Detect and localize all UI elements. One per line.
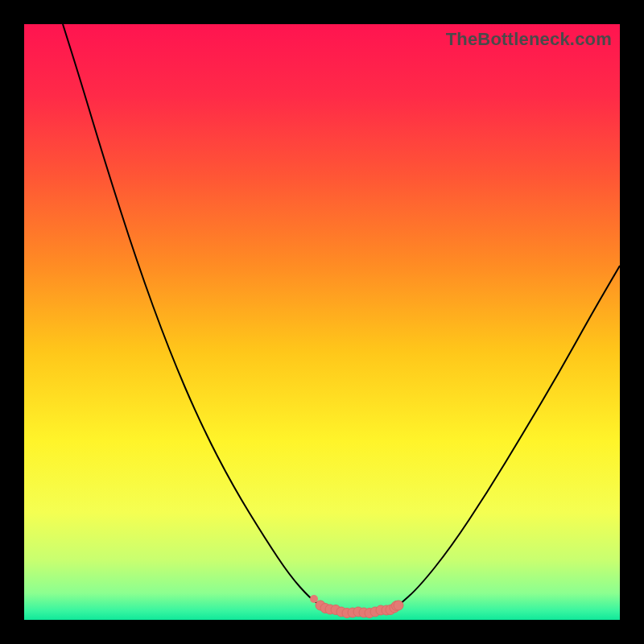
- lead-marker-dot: [310, 595, 318, 603]
- curve-right: [398, 266, 620, 605]
- chart-canvas: [24, 24, 620, 620]
- valley-marker-dot: [394, 601, 403, 610]
- plot-frame: TheBottleneck.com: [24, 24, 620, 620]
- valley-markers: [316, 601, 403, 618]
- curve-left: [63, 24, 320, 605]
- watermark-label: TheBottleneck.com: [446, 29, 612, 50]
